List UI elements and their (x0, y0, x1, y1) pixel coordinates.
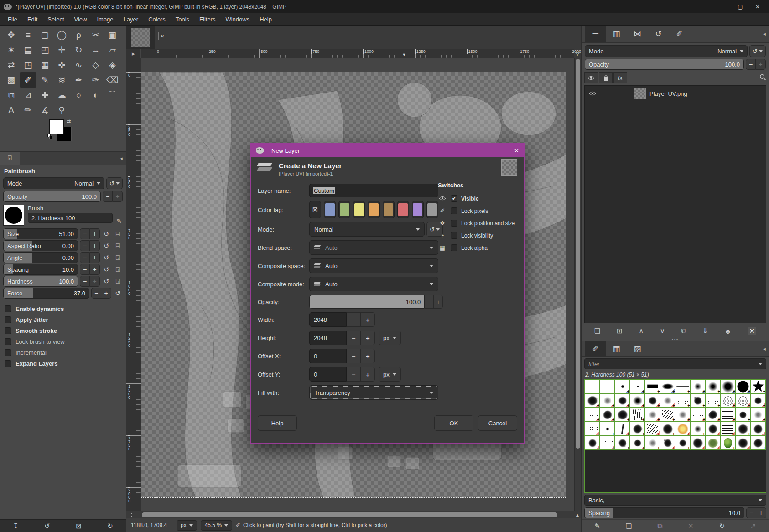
refresh-brushes-icon[interactable]: ↻ (719, 522, 725, 530)
tool-align[interactable]: ≡ (20, 27, 36, 42)
brush-swatch[interactable]: + (645, 408, 660, 422)
layer-name[interactable]: Player UV.png (649, 90, 687, 97)
brush-swatch[interactable]: + (645, 436, 660, 450)
height-unit-select[interactable]: px (379, 331, 401, 345)
decrease-button[interactable]: − (80, 276, 90, 287)
fill_with-select[interactable]: Transparency (309, 385, 438, 400)
blend_space-select[interactable]: Auto (309, 240, 438, 255)
brush-swatch[interactable]: + (751, 408, 766, 422)
cancel-button[interactable]: Cancel (478, 415, 517, 431)
brush-swatch[interactable]: + (736, 379, 751, 393)
brush-swatch[interactable]: + (706, 393, 721, 408)
angle-slider[interactable]: Angle0.00 (3, 252, 78, 263)
increase-button[interactable]: + (90, 228, 100, 239)
fg-bg-colors[interactable]: ⇄ (49, 119, 81, 150)
tool-paintbrush[interactable]: ✐ (20, 72, 36, 88)
decrease-button[interactable]: − (80, 240, 90, 251)
opacity-slider[interactable]: 100.0 (309, 295, 425, 309)
tool-fuzzy-select[interactable]: ✶ (3, 42, 20, 57)
brush-swatch[interactable]: + (585, 422, 600, 436)
tool-crop[interactable]: ◰ (36, 42, 53, 57)
swap-colors-icon[interactable]: ⇄ (67, 119, 71, 124)
tool-ellipse-select[interactable]: ◯ (53, 27, 70, 42)
navigation-preview-button[interactable]: ▲ (574, 511, 581, 518)
menu-edit[interactable]: Edit (22, 14, 42, 25)
offset_x-increase-button[interactable]: + (361, 349, 375, 363)
brush-swatch[interactable]: + (645, 379, 660, 393)
brush-swatch[interactable]: + (585, 436, 600, 450)
help-button[interactable]: Help (258, 415, 297, 431)
brush-swatch[interactable]: + (751, 436, 766, 450)
switch-lock-visibility[interactable]: ◔ Lock visibility (438, 229, 520, 242)
height-increase-button[interactable]: + (361, 331, 375, 345)
add-mask-icon[interactable]: ☻ (724, 327, 732, 335)
switch-lock-pixels[interactable]: ✐ Lock pixels (438, 205, 520, 217)
tool-airbrush[interactable]: ≋ (53, 72, 70, 88)
switch-lock-position-and-size[interactable]: ✥ Lock position and size (438, 217, 520, 229)
checkbox-incremental[interactable]: Incremental (5, 347, 121, 358)
horizontal-scrollbar-thumb[interactable] (142, 512, 557, 517)
link-to-dynamics-icon[interactable]: ⍈ (113, 228, 123, 239)
switch-checkbox[interactable] (451, 232, 457, 239)
brush-swatch[interactable]: + (675, 408, 690, 422)
opacity-increase-button[interactable]: + (113, 191, 123, 202)
tool-flip[interactable]: ⇄ (3, 57, 20, 72)
brush-swatch[interactable]: + (600, 393, 615, 408)
tool-warp-transform[interactable]: ∿ (70, 57, 87, 72)
checkbox-lock-brush-to-view[interactable]: Lock brush to view (5, 336, 121, 347)
brush-swatch[interactable]: + (706, 436, 721, 450)
vertical-scrollbar[interactable] (574, 58, 581, 511)
decrease-button[interactable]: − (80, 228, 90, 239)
color-tag-swatch[interactable] (383, 201, 395, 218)
aspect-ratio-slider[interactable]: Aspect Ratio0.00 (3, 240, 78, 251)
brush-swatch[interactable]: + (660, 379, 675, 393)
maximize-button[interactable]: ▢ (733, 2, 748, 12)
dialog-close-icon[interactable]: ✕ (514, 147, 519, 154)
brush-swatch[interactable]: + (721, 422, 736, 436)
tool-select-by-color[interactable]: ▤ (20, 42, 36, 57)
open-brush-as-image-icon[interactable]: ↗ (750, 522, 756, 530)
switch-checkbox[interactable] (451, 244, 457, 251)
tool-paths[interactable]: ⌒ (104, 88, 121, 103)
brush-swatch[interactable]: + (706, 422, 721, 436)
offset_y-unit-select[interactable]: px (379, 367, 401, 382)
tab-undo-history[interactable]: ↺ (648, 26, 669, 42)
menu-view[interactable]: View (69, 14, 92, 25)
increase-button[interactable]: + (101, 288, 111, 299)
tool-shear[interactable]: ▱ (104, 42, 121, 57)
tool-scale[interactable]: ↔ (87, 42, 104, 57)
brush-swatch[interactable]: + (615, 422, 630, 436)
link-to-dynamics-icon[interactable]: ⍈ (113, 240, 123, 251)
color-tag-none[interactable]: ⊠ (309, 201, 321, 218)
lock-column-icon[interactable] (599, 72, 613, 83)
layer-opacity-decrease-button[interactable]: − (746, 59, 756, 70)
height-decrease-button[interactable]: − (347, 331, 361, 345)
link-to-dynamics-icon[interactable]: ⍈ (113, 252, 123, 263)
close-button[interactable]: ✕ (750, 2, 765, 12)
tool-heal[interactable]: ✚ (36, 88, 53, 103)
brush-swatch[interactable]: + (585, 393, 600, 408)
brush-swatch[interactable]: + (706, 408, 721, 422)
reset-icon[interactable]: ↺ (101, 252, 111, 263)
toggle-visibility-column-icon[interactable] (584, 72, 598, 83)
brush-swatch[interactable]: + (660, 393, 675, 408)
composite_space-select[interactable]: Auto (309, 258, 438, 273)
zoom-select[interactable]: 45.5 % (201, 520, 232, 531)
checkbox-enable-dynamics[interactable]: Enable dynamics (5, 303, 121, 314)
save-tool-preset-icon[interactable]: ↧ (13, 522, 19, 530)
tool-move[interactable]: ✥ (3, 27, 20, 42)
brush-filter-input[interactable]: filter (584, 358, 766, 369)
checkbox-smooth-stroke[interactable]: Smooth stroke (5, 325, 121, 336)
link-to-dynamics-icon[interactable]: ⍈ (113, 264, 123, 275)
brush-swatch[interactable]: + (660, 408, 675, 422)
merge-down-icon[interactable]: ⇓ (702, 327, 708, 335)
spacing-increase-button[interactable]: + (756, 507, 766, 518)
switch-lock-alpha[interactable]: ▦ Lock alpha (438, 242, 520, 254)
effects-column-icon[interactable]: fx (613, 72, 627, 83)
checkbox-apply-jitter[interactable]: Apply Jitter (5, 314, 121, 325)
brush-swatch[interactable]: + (585, 408, 600, 422)
menu-layer[interactable]: Layer (119, 14, 144, 25)
tab-layers[interactable]: ☰ (585, 26, 606, 42)
brush-swatch[interactable]: + (721, 436, 736, 450)
color-tag-swatch[interactable] (324, 201, 336, 218)
